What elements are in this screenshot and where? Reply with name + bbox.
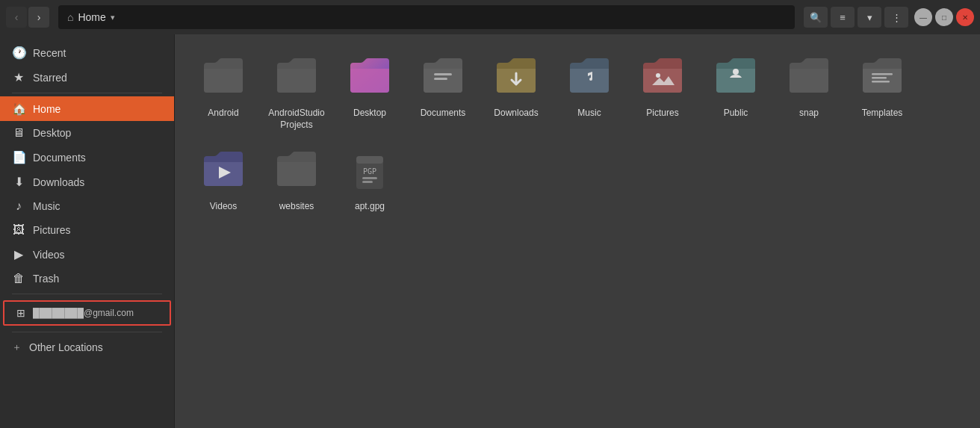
sidebar-item-desktop[interactable]: 🖥 Desktop: [0, 121, 174, 145]
folder-icon-templates: [858, 55, 906, 103]
svg-point-5: [733, 69, 739, 75]
view-options-button[interactable]: ⋮: [884, 7, 908, 28]
main-area: 🕐 Recent ★ Starred 🏠 Home 🖥 Desktop 📄 Do…: [0, 34, 980, 428]
downloads-icon: ⬇: [12, 175, 25, 189]
view-dropdown-icon: ▾: [867, 12, 872, 23]
nav-buttons: ‹ ›: [6, 7, 49, 28]
svg-rect-2: [434, 73, 452, 75]
file-label-android: Android: [208, 108, 238, 120]
home-icon: ⌂: [67, 11, 73, 23]
folder-icon-pictures: [639, 55, 686, 103]
account-icon: ⊞: [16, 307, 25, 319]
back-button[interactable]: ‹: [6, 7, 27, 28]
location-dropdown-icon[interactable]: ▾: [111, 13, 115, 22]
svg-rect-7: [872, 77, 887, 79]
videos-icon: ▶: [12, 247, 25, 261]
sidebar-item-recent[interactable]: 🕐 Recent: [0, 40, 174, 65]
sidebar-item-other-locations[interactable]: ＋ Other Locations: [0, 335, 174, 359]
close-button[interactable]: ✕: [956, 8, 974, 26]
sidebar-item-videos[interactable]: ▶ Videos: [0, 242, 174, 267]
sidebar-item-starred[interactable]: ★ Starred: [0, 65, 174, 90]
file-label-pictures: Pictures: [646, 108, 678, 120]
view-list-button[interactable]: ≡: [831, 7, 855, 28]
other-locations-icon: ＋: [12, 341, 22, 354]
view-dropdown-button[interactable]: ▾: [858, 7, 881, 28]
sidebar-item-documents[interactable]: 📄 Documents: [0, 145, 174, 170]
file-item-desktop[interactable]: Desktop: [336, 49, 403, 137]
close-icon: ✕: [962, 13, 968, 22]
starred-icon: ★: [12, 70, 25, 84]
trash-icon: 🗑: [12, 272, 25, 285]
recent-icon: 🕐: [12, 46, 25, 60]
file-label-public: Public: [724, 108, 748, 120]
file-label-desktop: Desktop: [353, 108, 386, 120]
titlebar: ‹ › ⌂ Home ▾ 🔍 ≡ ▾ ⋮ — □ ✕: [0, 0, 980, 34]
sidebar-item-music[interactable]: ♪ Music: [0, 194, 174, 218]
file-item-templates[interactable]: Templates: [849, 49, 916, 137]
sidebar-label-home: Home: [33, 103, 61, 115]
sidebar-divider-2: [12, 294, 162, 294]
svg-rect-12: [362, 177, 377, 179]
home-nav-icon: 🏠: [12, 102, 25, 116]
folder-icon-websites: [273, 149, 320, 196]
file-item-downloads[interactable]: Downloads: [483, 49, 550, 137]
sidebar-label-documents: Documents: [33, 152, 86, 164]
svg-rect-13: [362, 181, 373, 183]
svg-rect-6: [872, 73, 893, 75]
folder-icon-videos: [199, 149, 247, 196]
file-item-pictures[interactable]: Pictures: [629, 49, 696, 137]
documents-icon: 📄: [12, 150, 25, 164]
folder-icon-music: [565, 55, 613, 103]
search-button[interactable]: 🔍: [804, 7, 828, 28]
file-item-androidstudio[interactable]: AndroidStudioProjects: [263, 49, 330, 137]
file-item-music[interactable]: Music: [556, 49, 623, 137]
sidebar-item-home[interactable]: 🏠 Home: [0, 96, 174, 121]
sidebar-item-pictures[interactable]: 🖼 Pictures: [0, 218, 174, 242]
sidebar-label-trash: Trash: [33, 273, 59, 285]
file-item-android[interactable]: Android: [190, 49, 257, 137]
maximize-button[interactable]: □: [935, 8, 953, 26]
file-item-aptgpg[interactable]: PGP apt.gpg: [336, 143, 403, 219]
sidebar-label-videos: Videos: [33, 249, 65, 261]
forward-button[interactable]: ›: [28, 7, 49, 28]
file-label-snap: snap: [799, 108, 819, 120]
sidebar-label-starred: Starred: [33, 72, 67, 84]
view-list-icon: ≡: [840, 12, 846, 23]
folder-icon-documents: [419, 55, 467, 103]
folder-icon-snap: [785, 55, 833, 103]
folder-icon-desktop: [346, 55, 394, 103]
sidebar-item-downloads[interactable]: ⬇ Downloads: [0, 170, 174, 194]
file-label-downloads: Downloads: [494, 108, 538, 120]
svg-rect-3: [434, 78, 447, 80]
file-label-templates: Templates: [862, 108, 903, 120]
file-label-aptgpg: apt.gpg: [355, 201, 385, 213]
pictures-icon: 🖼: [12, 223, 25, 237]
account-email: ████████@gmail.com: [33, 308, 134, 318]
minimize-icon: —: [919, 13, 927, 22]
sidebar-label-other-locations: Other Locations: [29, 341, 103, 353]
file-label-videos: Videos: [210, 201, 237, 213]
sidebar-divider-3: [12, 332, 162, 332]
svg-point-4: [656, 73, 660, 78]
location-bar[interactable]: ⌂ Home ▾: [58, 5, 795, 29]
search-icon: 🔍: [810, 12, 822, 23]
file-label-music: Music: [577, 108, 601, 120]
minimize-button[interactable]: —: [914, 8, 932, 26]
location-text: Home: [78, 11, 105, 23]
sidebar-item-trash[interactable]: 🗑 Trash: [0, 267, 174, 291]
pgp-icon-aptgpg: PGP: [346, 149, 394, 196]
file-item-snap[interactable]: snap: [775, 49, 843, 137]
sidebar-label-music: Music: [33, 200, 61, 212]
file-item-documents[interactable]: Documents: [409, 49, 477, 137]
file-content: Android AndroidStudioProjects: [175, 34, 980, 428]
sidebar-account[interactable]: ⊞ ████████@gmail.com: [3, 300, 171, 326]
titlebar-actions: 🔍 ≡ ▾ ⋮: [804, 7, 908, 28]
file-item-public[interactable]: Public: [702, 49, 769, 137]
file-label-documents: Documents: [421, 108, 466, 120]
file-item-websites[interactable]: websites: [263, 143, 330, 219]
file-item-videos[interactable]: Videos: [190, 143, 257, 219]
maximize-icon: □: [942, 13, 946, 22]
folder-icon-public: [712, 55, 760, 103]
view-options-icon: ⋮: [892, 12, 902, 23]
file-label-androidstudio: AndroidStudioProjects: [266, 108, 327, 131]
